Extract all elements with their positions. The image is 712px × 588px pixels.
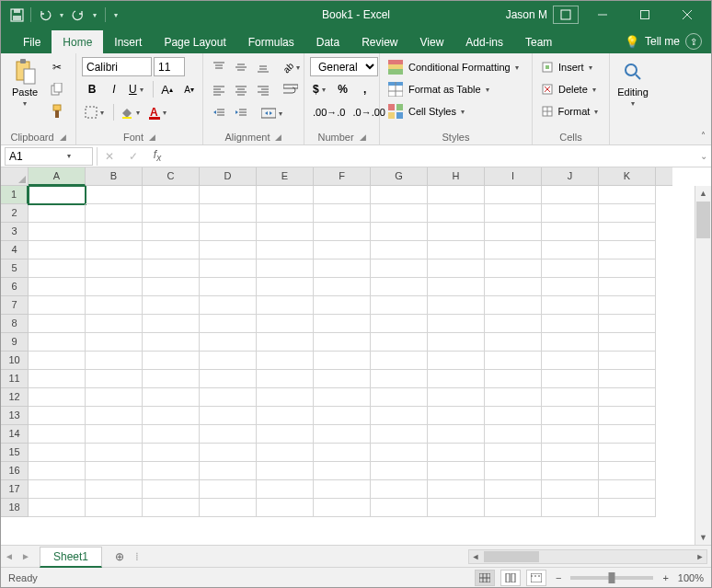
- column-header-A[interactable]: A: [29, 167, 86, 186]
- italic-button[interactable]: I: [104, 79, 124, 99]
- zoom-slider[interactable]: [570, 576, 653, 580]
- row-header-11[interactable]: 11: [1, 370, 29, 388]
- page-layout-view-button[interactable]: [500, 570, 521, 586]
- insert-function-button[interactable]: fx: [145, 147, 169, 166]
- cell-C17[interactable]: [143, 480, 200, 499]
- wrap-text-button[interactable]: [281, 80, 301, 100]
- column-header-H[interactable]: H: [428, 167, 485, 186]
- cell-A9[interactable]: [29, 333, 86, 352]
- tab-file[interactable]: File: [12, 30, 52, 53]
- cell-A16[interactable]: [29, 462, 86, 480]
- column-header-F[interactable]: F: [314, 167, 371, 186]
- row-header-13[interactable]: 13: [1, 407, 29, 425]
- copy-button[interactable]: [47, 79, 67, 99]
- cell-H2[interactable]: [428, 204, 485, 223]
- paste-dropdown[interactable]: ▾: [20, 99, 29, 108]
- cell-B11[interactable]: [86, 370, 143, 388]
- cell-I6[interactable]: [485, 278, 542, 296]
- cell-F7[interactable]: [314, 296, 371, 315]
- cell-K4[interactable]: [599, 241, 656, 259]
- row-header-4[interactable]: 4: [1, 241, 29, 259]
- cell-H18[interactable]: [428, 499, 485, 517]
- cell-D15[interactable]: [200, 444, 257, 462]
- cell-A2[interactable]: [29, 204, 86, 223]
- cell-C5[interactable]: [143, 259, 200, 278]
- align-right-button[interactable]: [253, 80, 273, 100]
- comma-button[interactable]: ,: [355, 79, 375, 99]
- cell-I10[interactable]: [485, 352, 542, 370]
- tab-home[interactable]: Home: [52, 30, 103, 53]
- cell-K8[interactable]: [599, 315, 656, 333]
- format-cells-button[interactable]: Format▾: [538, 101, 603, 121]
- cell-styles-button[interactable]: Cell Styles▾: [385, 101, 526, 121]
- borders-button[interactable]: ▾: [82, 102, 109, 122]
- horizontal-scrollbar[interactable]: ◄ ►: [468, 549, 707, 564]
- cell-C15[interactable]: [143, 444, 200, 462]
- column-header-D[interactable]: D: [200, 167, 257, 186]
- cell-A5[interactable]: [29, 259, 86, 278]
- tab-scroll-splitter[interactable]: ⁞: [130, 550, 144, 563]
- cell-F12[interactable]: [314, 388, 371, 407]
- cell-I12[interactable]: [485, 388, 542, 407]
- cell-E5[interactable]: [257, 259, 314, 278]
- format-as-table-button[interactable]: Format as Table▾: [385, 79, 526, 99]
- row-header-17[interactable]: 17: [1, 480, 29, 499]
- cancel-formula-button[interactable]: ✕: [98, 147, 121, 166]
- cell-F10[interactable]: [314, 352, 371, 370]
- cell-D13[interactable]: [200, 407, 257, 425]
- cell-F15[interactable]: [314, 444, 371, 462]
- tab-page-layout[interactable]: Page Layout: [153, 30, 236, 53]
- cell-F9[interactable]: [314, 333, 371, 352]
- cell-G10[interactable]: [371, 352, 428, 370]
- cell-G9[interactable]: [371, 333, 428, 352]
- scroll-right-arrow[interactable]: ►: [694, 552, 706, 561]
- insert-cells-button[interactable]: Insert▾: [538, 57, 603, 77]
- cell-D12[interactable]: [200, 388, 257, 407]
- accounting-format-button[interactable]: $▾: [310, 79, 331, 99]
- cell-F2[interactable]: [314, 204, 371, 223]
- cell-A10[interactable]: [29, 352, 86, 370]
- row-header-14[interactable]: 14: [1, 425, 29, 444]
- collapse-ribbon-button[interactable]: ˄: [701, 131, 706, 141]
- cell-F14[interactable]: [314, 425, 371, 444]
- tab-review[interactable]: Review: [350, 30, 408, 53]
- cell-G2[interactable]: [371, 204, 428, 223]
- cell-F4[interactable]: [314, 241, 371, 259]
- cell-C13[interactable]: [143, 407, 200, 425]
- cell-K13[interactable]: [599, 407, 656, 425]
- row-header-8[interactable]: 8: [1, 315, 29, 333]
- scroll-down-arrow[interactable]: ▼: [695, 530, 711, 545]
- cell-A18[interactable]: [29, 499, 86, 517]
- cell-K5[interactable]: [599, 259, 656, 278]
- cell-I4[interactable]: [485, 241, 542, 259]
- cell-F16[interactable]: [314, 462, 371, 480]
- cell-K7[interactable]: [599, 296, 656, 315]
- conditional-formatting-button[interactable]: Conditional Formatting▾: [385, 57, 526, 77]
- cell-J14[interactable]: [542, 425, 599, 444]
- cell-H17[interactable]: [428, 480, 485, 499]
- maximize-button[interactable]: [626, 1, 663, 29]
- cell-D11[interactable]: [200, 370, 257, 388]
- underline-button[interactable]: U▾: [126, 79, 149, 99]
- formula-input[interactable]: [169, 147, 696, 166]
- tab-insert[interactable]: Insert: [103, 30, 153, 53]
- cell-B5[interactable]: [86, 259, 143, 278]
- cell-D6[interactable]: [200, 278, 257, 296]
- cell-A12[interactable]: [29, 388, 86, 407]
- scroll-left-arrow[interactable]: ◄: [469, 552, 482, 561]
- cell-E6[interactable]: [257, 278, 314, 296]
- cell-H16[interactable]: [428, 462, 485, 480]
- cell-G4[interactable]: [371, 241, 428, 259]
- cell-I14[interactable]: [485, 425, 542, 444]
- cell-J5[interactable]: [542, 259, 599, 278]
- format-painter-button[interactable]: [47, 101, 67, 121]
- cell-I9[interactable]: [485, 333, 542, 352]
- cell-C12[interactable]: [143, 388, 200, 407]
- cell-D8[interactable]: [200, 315, 257, 333]
- font-launcher[interactable]: ◢: [149, 133, 155, 142]
- cell-F1[interactable]: [314, 186, 371, 204]
- cell-G7[interactable]: [371, 296, 428, 315]
- cell-J4[interactable]: [542, 241, 599, 259]
- cell-B9[interactable]: [86, 333, 143, 352]
- cell-E4[interactable]: [257, 241, 314, 259]
